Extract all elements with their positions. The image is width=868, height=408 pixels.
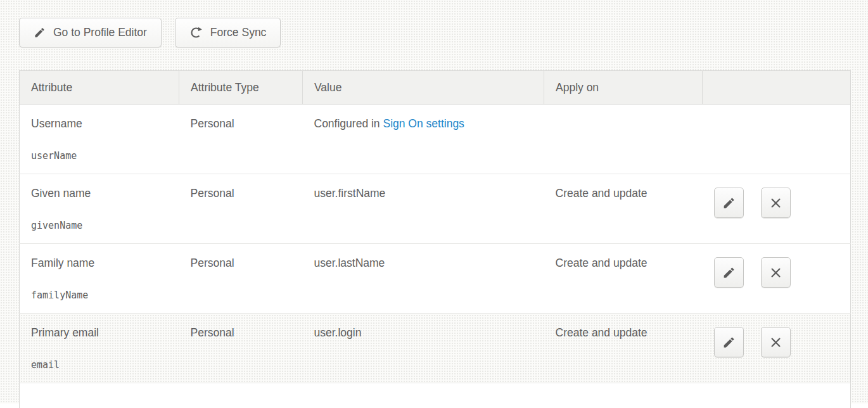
force-sync-button[interactable]: Force Sync — [175, 18, 281, 48]
attribute-cell: Given name givenName — [20, 174, 179, 244]
delete-attribute-button[interactable] — [761, 327, 791, 357]
attribute-variable-name: userName — [31, 150, 168, 162]
edit-attribute-button[interactable] — [714, 188, 744, 218]
force-sync-label: Force Sync — [210, 26, 267, 39]
pencil-icon — [722, 196, 736, 210]
pencil-icon — [34, 27, 46, 39]
column-header-value: Value — [303, 71, 544, 105]
apply-on-cell: Create and update — [544, 244, 703, 314]
sign-on-settings-link[interactable]: Sign On settings — [383, 117, 464, 130]
delete-attribute-button[interactable] — [761, 257, 791, 288]
pencil-icon — [722, 266, 736, 279]
attribute-variable-name: email — [31, 359, 168, 371]
column-header-apply-on: Apply on — [544, 71, 703, 105]
attribute-mappings-table: Attribute Attribute Type Value Apply on … — [19, 70, 851, 408]
attribute-mappings-section: Go to Profile Editor Force Sync Attribut… — [0, 0, 868, 408]
toolbar: Go to Profile Editor Force Sync — [19, 18, 850, 48]
attribute-type-cell: Personal — [179, 105, 303, 174]
column-header-attribute: Attribute — [20, 71, 179, 105]
attribute-type-cell: Personal — [179, 244, 303, 314]
attribute-display-name: Given name — [31, 186, 168, 200]
close-icon — [770, 197, 782, 209]
attribute-type-cell: Personal — [179, 314, 303, 383]
table-row: Primary email email Personal user.login … — [20, 314, 851, 383]
attribute-variable-name: familyName — [31, 289, 168, 302]
table-row: Username userName Personal Configured in… — [20, 105, 851, 174]
actions-cell — [703, 105, 851, 174]
value-expression: user.firstName — [314, 187, 386, 200]
actions-cell — [703, 174, 851, 244]
close-icon — [770, 336, 782, 348]
attribute-cell: Family name familyName — [20, 244, 179, 314]
attribute-display-name: Family name — [31, 256, 168, 270]
value-cell: user.firstName — [303, 174, 544, 244]
attribute-display-name: Primary email — [31, 326, 168, 340]
table-row: Family name familyName Personal user.las… — [20, 244, 851, 314]
value-cell: Configured in Sign On settings — [303, 105, 544, 174]
attribute-cell: Primary email email — [20, 314, 179, 383]
close-icon — [770, 267, 782, 279]
table-row-empty — [20, 383, 851, 408]
value-expression: user.login — [314, 326, 362, 339]
table-header: Attribute Attribute Type Value Apply on — [20, 71, 851, 105]
attribute-display-name: Username — [31, 117, 168, 131]
edit-attribute-button[interactable] — [714, 257, 744, 288]
actions-cell — [703, 314, 851, 383]
value-text: Configured in — [314, 117, 383, 130]
value-cell: user.login — [303, 314, 544, 383]
attribute-cell: Username userName — [20, 105, 179, 174]
table-row: Given name givenName Personal user.first… — [20, 174, 851, 244]
go-to-profile-editor-button[interactable]: Go to Profile Editor — [19, 18, 162, 48]
row-actions — [714, 188, 839, 218]
go-to-profile-editor-label: Go to Profile Editor — [53, 26, 147, 39]
column-header-actions — [703, 71, 851, 105]
apply-on-cell: Create and update — [544, 314, 703, 383]
apply-on-cell: Create and update — [544, 174, 703, 244]
edit-attribute-button[interactable] — [714, 327, 744, 357]
table-body: Username userName Personal Configured in… — [20, 105, 851, 408]
row-actions — [714, 257, 839, 288]
attribute-type-cell: Personal — [179, 174, 303, 244]
attribute-variable-name: givenName — [31, 219, 168, 232]
row-actions — [714, 327, 839, 357]
column-header-attribute-type: Attribute Type — [179, 71, 303, 105]
apply-on-cell — [544, 105, 703, 174]
pencil-icon — [722, 336, 736, 349]
delete-attribute-button[interactable] — [761, 188, 791, 218]
refresh-icon — [189, 26, 203, 39]
value-expression: user.lastName — [314, 257, 385, 269]
actions-cell — [703, 244, 851, 314]
value-cell: user.lastName — [303, 244, 544, 314]
